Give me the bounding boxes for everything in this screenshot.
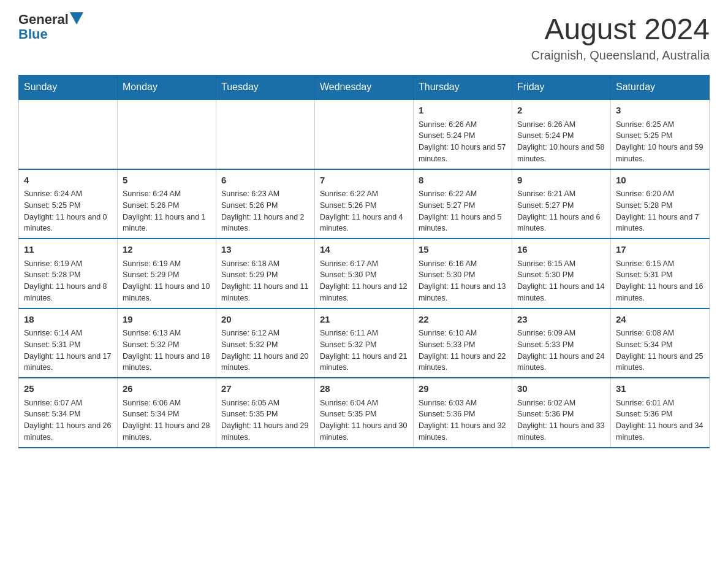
- day-number: 7: [320, 174, 408, 188]
- day-number: 31: [616, 382, 704, 396]
- sun-info: Sunrise: 6:22 AMSunset: 5:26 PMDaylight:…: [320, 188, 408, 234]
- day-number: 15: [419, 243, 507, 257]
- calendar-cell: 21Sunrise: 6:11 AMSunset: 5:32 PMDayligh…: [315, 308, 414, 378]
- day-number: 12: [123, 243, 211, 257]
- calendar-cell: [19, 99, 118, 169]
- day-number: 23: [517, 313, 605, 327]
- day-number: 1: [419, 104, 507, 118]
- sun-info: Sunrise: 6:04 AMSunset: 5:35 PMDaylight:…: [320, 397, 408, 443]
- calendar-header-row: SundayMondayTuesdayWednesdayThursdayFrid…: [19, 75, 710, 100]
- calendar-week-row: 11Sunrise: 6:19 AMSunset: 5:28 PMDayligh…: [19, 239, 710, 308]
- day-number: 14: [320, 243, 408, 257]
- logo-blue: Blue: [18, 27, 48, 42]
- calendar-cell: 10Sunrise: 6:20 AMSunset: 5:28 PMDayligh…: [611, 169, 710, 239]
- sun-info: Sunrise: 6:10 AMSunset: 5:33 PMDaylight:…: [419, 327, 507, 373]
- day-number: 27: [221, 382, 309, 396]
- calendar-cell: 3Sunrise: 6:25 AMSunset: 5:25 PMDaylight…: [611, 99, 710, 169]
- sun-info: Sunrise: 6:25 AMSunset: 5:25 PMDaylight:…: [616, 119, 704, 165]
- sun-info: Sunrise: 6:03 AMSunset: 5:36 PMDaylight:…: [419, 397, 507, 443]
- sun-info: Sunrise: 6:01 AMSunset: 5:36 PMDaylight:…: [616, 397, 704, 443]
- main-title: August 2024: [531, 12, 710, 46]
- calendar-cell: 14Sunrise: 6:17 AMSunset: 5:30 PMDayligh…: [315, 239, 414, 308]
- calendar-cell: 17Sunrise: 6:15 AMSunset: 5:31 PMDayligh…: [611, 239, 710, 308]
- calendar-week-row: 25Sunrise: 6:07 AMSunset: 5:34 PMDayligh…: [19, 378, 710, 448]
- sun-info: Sunrise: 6:14 AMSunset: 5:31 PMDaylight:…: [24, 327, 112, 373]
- calendar-cell: 5Sunrise: 6:24 AMSunset: 5:26 PMDaylight…: [118, 169, 216, 239]
- calendar-week-row: 1Sunrise: 6:26 AMSunset: 5:24 PMDaylight…: [19, 99, 710, 169]
- sun-info: Sunrise: 6:19 AMSunset: 5:29 PMDaylight:…: [123, 258, 211, 304]
- calendar-cell: 27Sunrise: 6:05 AMSunset: 5:35 PMDayligh…: [216, 378, 315, 448]
- day-number: 18: [24, 313, 112, 327]
- calendar-cell: 6Sunrise: 6:23 AMSunset: 5:26 PMDaylight…: [216, 169, 315, 239]
- day-number: 11: [24, 243, 112, 257]
- sun-info: Sunrise: 6:24 AMSunset: 5:25 PMDaylight:…: [24, 188, 112, 234]
- sun-info: Sunrise: 6:06 AMSunset: 5:34 PMDaylight:…: [123, 397, 211, 443]
- calendar-cell: 26Sunrise: 6:06 AMSunset: 5:34 PMDayligh…: [118, 378, 216, 448]
- sun-info: Sunrise: 6:08 AMSunset: 5:34 PMDaylight:…: [616, 327, 704, 373]
- calendar-cell: 8Sunrise: 6:22 AMSunset: 5:27 PMDaylight…: [414, 169, 512, 239]
- calendar-cell: 23Sunrise: 6:09 AMSunset: 5:33 PMDayligh…: [512, 308, 611, 378]
- sun-info: Sunrise: 6:26 AMSunset: 5:24 PMDaylight:…: [419, 119, 507, 165]
- day-number: 19: [123, 313, 211, 327]
- calendar-cell: 31Sunrise: 6:01 AMSunset: 5:36 PMDayligh…: [611, 378, 710, 448]
- calendar-cell: 20Sunrise: 6:12 AMSunset: 5:32 PMDayligh…: [216, 308, 315, 378]
- calendar-header-tuesday: Tuesday: [216, 75, 315, 100]
- calendar-cell: 7Sunrise: 6:22 AMSunset: 5:26 PMDaylight…: [315, 169, 414, 239]
- day-number: 28: [320, 382, 408, 396]
- sun-info: Sunrise: 6:09 AMSunset: 5:33 PMDaylight:…: [517, 327, 605, 373]
- day-number: 20: [221, 313, 309, 327]
- day-number: 26: [123, 382, 211, 396]
- day-number: 6: [221, 174, 309, 188]
- calendar-cell: 16Sunrise: 6:15 AMSunset: 5:30 PMDayligh…: [512, 239, 611, 308]
- sun-info: Sunrise: 6:11 AMSunset: 5:32 PMDaylight:…: [320, 327, 408, 373]
- day-number: 13: [221, 243, 309, 257]
- page-header: General Blue August 2024 Craignish, Quee…: [18, 12, 710, 63]
- calendar-cell: 22Sunrise: 6:10 AMSunset: 5:33 PMDayligh…: [414, 308, 512, 378]
- day-number: 8: [419, 174, 507, 188]
- calendar-header-friday: Friday: [512, 75, 611, 100]
- calendar-cell: [216, 99, 315, 169]
- day-number: 30: [517, 382, 605, 396]
- calendar-cell: 9Sunrise: 6:21 AMSunset: 5:27 PMDaylight…: [512, 169, 611, 239]
- calendar-cell: 15Sunrise: 6:16 AMSunset: 5:30 PMDayligh…: [414, 239, 512, 308]
- sun-info: Sunrise: 6:15 AMSunset: 5:31 PMDaylight:…: [616, 258, 704, 304]
- sun-info: Sunrise: 6:17 AMSunset: 5:30 PMDaylight:…: [320, 258, 408, 304]
- calendar-week-row: 4Sunrise: 6:24 AMSunset: 5:25 PMDaylight…: [19, 169, 710, 239]
- day-number: 4: [24, 174, 112, 188]
- calendar-cell: 12Sunrise: 6:19 AMSunset: 5:29 PMDayligh…: [118, 239, 216, 308]
- sun-info: Sunrise: 6:05 AMSunset: 5:35 PMDaylight:…: [221, 397, 309, 443]
- location-subtitle: Craignish, Queensland, Australia: [531, 48, 710, 63]
- calendar-header-saturday: Saturday: [611, 75, 710, 100]
- day-number: 3: [616, 104, 704, 118]
- day-number: 17: [616, 243, 704, 257]
- sun-info: Sunrise: 6:23 AMSunset: 5:26 PMDaylight:…: [221, 188, 309, 234]
- calendar-cell: 11Sunrise: 6:19 AMSunset: 5:28 PMDayligh…: [19, 239, 118, 308]
- logo: General Blue: [18, 12, 83, 42]
- calendar-cell: 29Sunrise: 6:03 AMSunset: 5:36 PMDayligh…: [414, 378, 512, 448]
- sun-info: Sunrise: 6:26 AMSunset: 5:24 PMDaylight:…: [517, 119, 605, 165]
- calendar-cell: 2Sunrise: 6:26 AMSunset: 5:24 PMDaylight…: [512, 99, 611, 169]
- calendar-cell: 28Sunrise: 6:04 AMSunset: 5:35 PMDayligh…: [315, 378, 414, 448]
- sun-info: Sunrise: 6:21 AMSunset: 5:27 PMDaylight:…: [517, 188, 605, 234]
- logo-general: General: [18, 12, 69, 27]
- calendar-header-sunday: Sunday: [19, 75, 118, 100]
- day-number: 24: [616, 313, 704, 327]
- calendar-week-row: 18Sunrise: 6:14 AMSunset: 5:31 PMDayligh…: [19, 308, 710, 378]
- sun-info: Sunrise: 6:24 AMSunset: 5:26 PMDaylight:…: [123, 188, 211, 234]
- calendar-header-wednesday: Wednesday: [315, 75, 414, 100]
- sun-info: Sunrise: 6:20 AMSunset: 5:28 PMDaylight:…: [616, 188, 704, 234]
- sun-info: Sunrise: 6:13 AMSunset: 5:32 PMDaylight:…: [123, 327, 211, 373]
- sun-info: Sunrise: 6:18 AMSunset: 5:29 PMDaylight:…: [221, 258, 309, 304]
- day-number: 16: [517, 243, 605, 257]
- sun-info: Sunrise: 6:22 AMSunset: 5:27 PMDaylight:…: [419, 188, 507, 234]
- day-number: 25: [24, 382, 112, 396]
- day-number: 10: [616, 174, 704, 188]
- calendar-cell: [315, 99, 414, 169]
- sun-info: Sunrise: 6:12 AMSunset: 5:32 PMDaylight:…: [221, 327, 309, 373]
- sun-info: Sunrise: 6:02 AMSunset: 5:36 PMDaylight:…: [517, 397, 605, 443]
- sun-info: Sunrise: 6:15 AMSunset: 5:30 PMDaylight:…: [517, 258, 605, 304]
- day-number: 29: [419, 382, 507, 396]
- day-number: 5: [123, 174, 211, 188]
- day-number: 22: [419, 313, 507, 327]
- calendar-cell: 18Sunrise: 6:14 AMSunset: 5:31 PMDayligh…: [19, 308, 118, 378]
